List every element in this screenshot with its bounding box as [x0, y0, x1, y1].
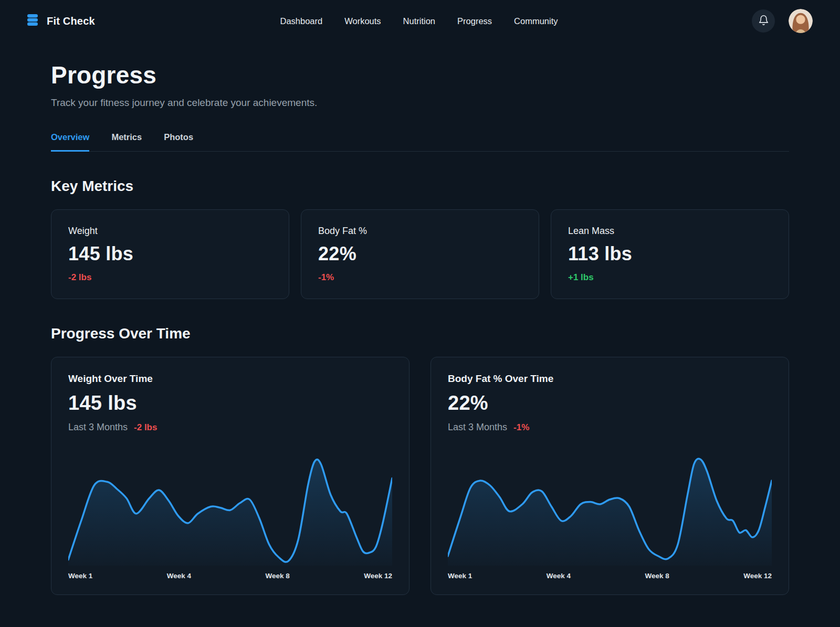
- nav-item-nutrition[interactable]: Nutrition: [403, 16, 435, 26]
- chart-title: Weight Over Time: [68, 373, 392, 385]
- notifications-button[interactable]: [752, 9, 775, 33]
- metric-delta: -1%: [318, 272, 522, 283]
- x-tick: Week 12: [364, 572, 392, 580]
- chart-delta: -2 lbs: [134, 422, 157, 433]
- metric-label: Lean Mass: [568, 226, 772, 237]
- metric-card-lean-mass: Lean Mass 113 lbs +1 lbs: [551, 209, 789, 299]
- x-tick: Week 8: [645, 572, 669, 580]
- period-label: Last 3 Months: [68, 422, 128, 433]
- chart-value: 145 lbs: [68, 392, 392, 415]
- body-fat-line-chart: [448, 448, 772, 566]
- weight-chart-plot: Week 1 Week 4 Week 8 Week 12: [68, 448, 392, 580]
- bell-icon: [758, 15, 769, 27]
- brand[interactable]: Fit Check: [25, 13, 280, 29]
- progress-over-time-heading: Progress Over Time: [51, 325, 789, 342]
- brand-name: Fit Check: [47, 15, 95, 27]
- weight-chart-card: Weight Over Time 145 lbs Last 3 Months -…: [51, 357, 410, 595]
- nav-item-progress[interactable]: Progress: [457, 16, 492, 26]
- header-actions: [558, 9, 813, 33]
- weight-line-chart: [68, 448, 392, 566]
- chart-period-row: Last 3 Months -2 lbs: [68, 422, 392, 433]
- tab-photos[interactable]: Photos: [164, 132, 193, 152]
- page-title: Progress: [51, 61, 789, 89]
- key-metrics-heading: Key Metrics: [51, 178, 789, 195]
- page-subtitle: Track your fitness journey and celebrate…: [51, 97, 789, 109]
- metric-delta: -2 lbs: [68, 272, 272, 283]
- x-axis-labels: Week 1 Week 4 Week 8 Week 12: [448, 572, 772, 580]
- period-label: Last 3 Months: [448, 422, 507, 433]
- top-nav: Fit Check Dashboard Workouts Nutrition P…: [0, 0, 840, 42]
- tab-bar: Overview Metrics Photos: [51, 132, 789, 152]
- x-tick: Week 4: [167, 572, 191, 580]
- progress-page: Progress Track your fitness journey and …: [0, 61, 840, 595]
- app-logo-icon: [25, 13, 40, 29]
- tab-overview[interactable]: Overview: [51, 132, 89, 152]
- x-tick: Week 1: [448, 572, 472, 580]
- x-axis-labels: Week 1 Week 4 Week 8 Week 12: [68, 572, 392, 580]
- body-fat-chart-plot: Week 1 Week 4 Week 8 Week 12: [448, 448, 772, 580]
- chart-title: Body Fat % Over Time: [448, 373, 772, 385]
- x-tick: Week 4: [547, 572, 571, 580]
- progress-charts: Weight Over Time 145 lbs Last 3 Months -…: [51, 357, 789, 595]
- body-fat-chart-card: Body Fat % Over Time 22% Last 3 Months -…: [430, 357, 789, 595]
- x-tick: Week 8: [265, 572, 289, 580]
- metric-label: Weight: [68, 226, 272, 237]
- metric-card-body-fat: Body Fat % 22% -1%: [301, 209, 539, 299]
- main-nav: Dashboard Workouts Nutrition Progress Co…: [280, 16, 558, 26]
- nav-item-workouts[interactable]: Workouts: [344, 16, 381, 26]
- metric-delta: +1 lbs: [568, 272, 772, 283]
- metric-value: 113 lbs: [568, 243, 772, 265]
- chart-period-row: Last 3 Months -1%: [448, 422, 772, 433]
- metric-value: 22%: [318, 243, 522, 265]
- key-metrics-cards: Weight 145 lbs -2 lbs Body Fat % 22% -1%…: [51, 209, 789, 299]
- x-tick: Week 12: [743, 572, 772, 580]
- chart-value: 22%: [448, 392, 772, 415]
- metric-value: 145 lbs: [68, 243, 272, 265]
- tab-metrics[interactable]: Metrics: [111, 132, 142, 152]
- x-tick: Week 1: [68, 572, 92, 580]
- metric-label: Body Fat %: [318, 226, 522, 237]
- chart-delta: -1%: [513, 422, 529, 433]
- nav-item-dashboard[interactable]: Dashboard: [280, 16, 322, 26]
- metric-card-weight: Weight 145 lbs -2 lbs: [51, 209, 289, 299]
- user-avatar[interactable]: [789, 9, 813, 33]
- nav-item-community[interactable]: Community: [514, 16, 558, 26]
